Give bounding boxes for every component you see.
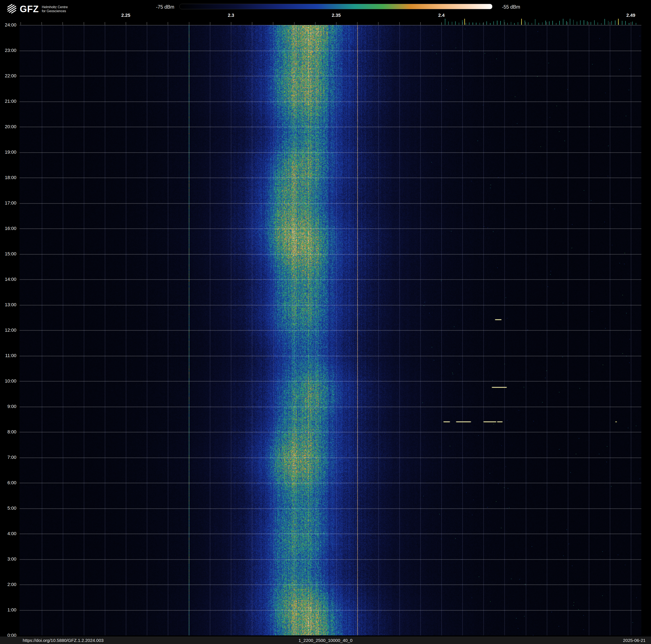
- time-tick-label: 9:00: [0, 404, 17, 409]
- colorbar-min-label: -75 dBm: [128, 4, 174, 10]
- colorbar: [179, 4, 492, 9]
- time-tick-label: 1:00: [0, 608, 17, 612]
- time-tick-label: 13:00: [0, 302, 17, 307]
- time-tick-label: 22:00: [0, 74, 17, 79]
- time-tick-label: 14:00: [0, 277, 17, 282]
- footer: https://doi.org/10.5880/GFZ.1.2.2024.003…: [0, 637, 651, 644]
- freq-tick-label: 2.35: [327, 12, 346, 18]
- logo-subtitle-line1: Helmholtz Centre: [42, 5, 68, 9]
- freq-tick-label: 2.25: [116, 12, 135, 18]
- time-tick-label: 4:00: [0, 531, 17, 536]
- time-tick-label: 15:00: [0, 252, 17, 257]
- time-tick-label: 23:00: [0, 48, 17, 53]
- spectrogram-canvas: [20, 25, 641, 635]
- gfz-logo-icon: [6, 3, 18, 15]
- time-tick-label: 19:00: [0, 150, 17, 155]
- time-tick-label: 6:00: [0, 480, 17, 485]
- logo-subtitle: Helmholtz Centre for Geosciences: [42, 5, 68, 13]
- time-tick-label: 8:00: [0, 430, 17, 435]
- time-tick-label: 11:00: [0, 353, 17, 358]
- time-tick-label: 12:00: [0, 328, 17, 333]
- frequency-axis: 2.252.32.352.42.49: [20, 12, 641, 19]
- time-tick-label: 17:00: [0, 201, 17, 206]
- freq-tick-label: 2.49: [621, 12, 640, 18]
- time-axis: 24:0023:0022:0021:0020:0019:0018:0017:00…: [0, 25, 18, 635]
- date-label: 2025-06-21: [623, 638, 646, 643]
- time-tick-label: 10:00: [0, 379, 17, 384]
- freq-tick-label: 2.4: [432, 12, 451, 18]
- dataset-name: 1_2200_2500_10000_40_0: [0, 638, 651, 643]
- time-tick-label: 18:00: [0, 175, 17, 180]
- freq-tick-label: 2.3: [222, 12, 241, 18]
- time-tick-label: 7:00: [0, 455, 17, 460]
- time-tick-label: 5:00: [0, 506, 17, 511]
- time-tick-label: 16:00: [0, 226, 17, 231]
- time-tick-label: 2:00: [0, 582, 17, 587]
- time-tick-label: 24:00: [0, 23, 17, 28]
- time-tick-label: 20:00: [0, 124, 17, 129]
- time-tick-label: 21:00: [0, 99, 17, 104]
- spectrogram-page: GFZ Helmholtz Centre for Geosciences -75…: [0, 0, 651, 644]
- frequency-ticks: [20, 19, 641, 25]
- time-tick-label: 3:00: [0, 557, 17, 562]
- colorbar-max-label: -55 dBm: [502, 4, 520, 10]
